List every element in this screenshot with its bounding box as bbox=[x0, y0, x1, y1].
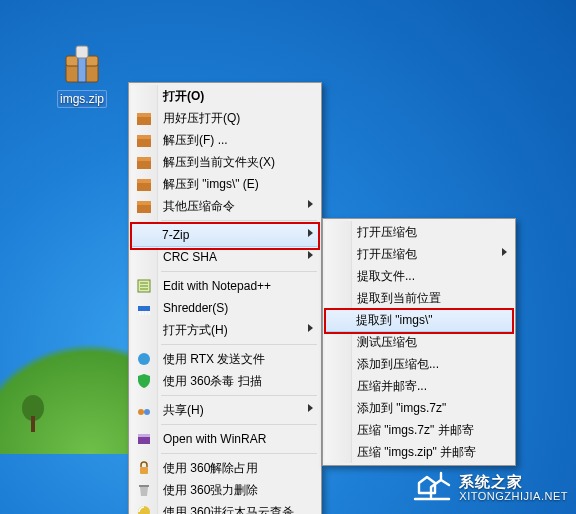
svg-rect-22 bbox=[138, 434, 150, 437]
lock-360-icon bbox=[136, 460, 152, 476]
menu-separator bbox=[161, 424, 317, 425]
menu-open[interactable]: 打开(O) bbox=[131, 85, 319, 107]
menu-360-scan[interactable]: 使用 360杀毒 扫描 bbox=[131, 370, 319, 392]
menu-extract-to-imgs[interactable]: 解压到 "imgs\" (E) bbox=[131, 173, 319, 195]
winrar-icon bbox=[136, 431, 152, 447]
menu-7zip[interactable]: 7-Zip bbox=[130, 223, 320, 247]
rtx-icon bbox=[136, 351, 152, 367]
menu-other-archive[interactable]: 其他压缩命令 bbox=[131, 195, 319, 217]
menu-shredder[interactable]: Shredder(S) bbox=[131, 297, 319, 319]
svg-rect-7 bbox=[137, 113, 151, 117]
menu-360-release-occupy[interactable]: 使用 360解除占用 bbox=[131, 457, 319, 479]
submenu-arrow-icon bbox=[502, 248, 507, 256]
menu-separator bbox=[161, 271, 317, 272]
svg-rect-12 bbox=[137, 182, 151, 191]
menu-separator bbox=[161, 344, 317, 345]
menu-rtx-send[interactable]: 使用 RTX 发送文件 bbox=[131, 348, 319, 370]
menu-extract-here[interactable]: 解压到当前文件夹(X) bbox=[131, 151, 319, 173]
menu-edit-notepadpp[interactable]: Edit with Notepad++ bbox=[131, 275, 319, 297]
submenu-add-to-7z[interactable]: 添加到 "imgs.7z" bbox=[325, 397, 513, 419]
menu-extract-to[interactable]: 解压到(F) ... bbox=[131, 129, 319, 151]
menu-360-cloud-check[interactable]: 使用 360进行木马云查杀 bbox=[131, 501, 319, 514]
share-icon bbox=[136, 402, 152, 418]
context-menu: 打开(O) 用好压打开(Q) 解压到(F) ... 解压到当前文件夹(X) 解压… bbox=[128, 82, 322, 514]
svg-rect-11 bbox=[137, 157, 151, 161]
submenu-7zip: 打开压缩包 打开压缩包 提取文件... 提取到当前位置 提取到 "imgs\" … bbox=[322, 218, 516, 466]
submenu-arrow-icon bbox=[308, 324, 313, 332]
menu-crc-sha[interactable]: CRC SHA bbox=[131, 246, 319, 268]
menu-haozip-open[interactable]: 用好压打开(Q) bbox=[131, 107, 319, 129]
watermark: 系统之家 XITONGZHIJIA.NET bbox=[413, 469, 568, 508]
submenu-compress-mail[interactable]: 压缩并邮寄... bbox=[325, 375, 513, 397]
svg-rect-24 bbox=[139, 485, 149, 487]
menu-open-with[interactable]: 打开方式(H) bbox=[131, 319, 319, 341]
submenu-open-archive[interactable]: 打开压缩包 bbox=[325, 221, 513, 243]
submenu-arrow-icon bbox=[308, 404, 313, 412]
svg-rect-8 bbox=[137, 138, 151, 147]
submenu-arrow-icon bbox=[308, 229, 313, 237]
watermark-url: XITONGZHIJIA.NET bbox=[459, 489, 568, 503]
submenu-extract-files[interactable]: 提取文件... bbox=[325, 265, 513, 287]
watermark-title: 系统之家 bbox=[459, 475, 568, 489]
svg-rect-13 bbox=[137, 179, 151, 183]
svg-rect-6 bbox=[137, 116, 151, 125]
submenu-compress-7z-mail[interactable]: 压缩 "imgs.7z" 并邮寄 bbox=[325, 419, 513, 441]
cloud-scan-360-icon bbox=[136, 504, 152, 514]
svg-rect-5 bbox=[76, 46, 88, 58]
svg-point-18 bbox=[138, 353, 150, 365]
submenu-extract-to-imgs[interactable]: 提取到 "imgs\" bbox=[324, 308, 514, 332]
shredder-icon bbox=[136, 300, 152, 316]
submenu-open-archive-sub[interactable]: 打开压缩包 bbox=[325, 243, 513, 265]
svg-rect-1 bbox=[31, 416, 35, 432]
svg-rect-10 bbox=[137, 160, 151, 169]
haozip-icon bbox=[136, 198, 152, 214]
menu-separator bbox=[161, 395, 317, 396]
svg-rect-15 bbox=[137, 201, 151, 205]
submenu-arrow-icon bbox=[308, 251, 313, 259]
haozip-icon bbox=[136, 154, 152, 170]
svg-point-19 bbox=[138, 409, 144, 415]
haozip-icon bbox=[136, 132, 152, 148]
watermark-logo-icon bbox=[413, 469, 453, 508]
menu-separator bbox=[161, 453, 317, 454]
submenu-test-archive[interactable]: 测试压缩包 bbox=[325, 331, 513, 353]
desktop-file-label: imgs.zip bbox=[57, 90, 107, 108]
desktop-file-imgs-zip[interactable]: imgs.zip bbox=[46, 40, 118, 108]
svg-rect-23 bbox=[140, 467, 148, 474]
submenu-arrow-icon bbox=[308, 200, 313, 208]
notepadpp-icon bbox=[136, 278, 152, 294]
submenu-compress-zip-mail[interactable]: 压缩 "imgs.zip" 并邮寄 bbox=[325, 441, 513, 463]
submenu-extract-here[interactable]: 提取到当前位置 bbox=[325, 287, 513, 309]
haozip-icon bbox=[136, 110, 152, 126]
wallpaper-tree bbox=[18, 394, 48, 434]
svg-rect-4 bbox=[78, 56, 86, 82]
svg-rect-14 bbox=[137, 204, 151, 213]
haozip-icon bbox=[136, 176, 152, 192]
menu-360-force-delete[interactable]: 使用 360强力删除 bbox=[131, 479, 319, 501]
svg-rect-9 bbox=[137, 135, 151, 139]
menu-open-winrar[interactable]: Open with WinRAR bbox=[131, 428, 319, 450]
menu-separator bbox=[161, 220, 317, 221]
submenu-add-to-archive[interactable]: 添加到压缩包... bbox=[325, 353, 513, 375]
shield-360-icon bbox=[136, 373, 152, 389]
menu-share[interactable]: 共享(H) bbox=[131, 399, 319, 421]
archive-file-icon bbox=[58, 40, 106, 88]
svg-rect-17 bbox=[138, 306, 150, 311]
trash-360-icon bbox=[136, 482, 152, 498]
svg-point-20 bbox=[144, 409, 150, 415]
